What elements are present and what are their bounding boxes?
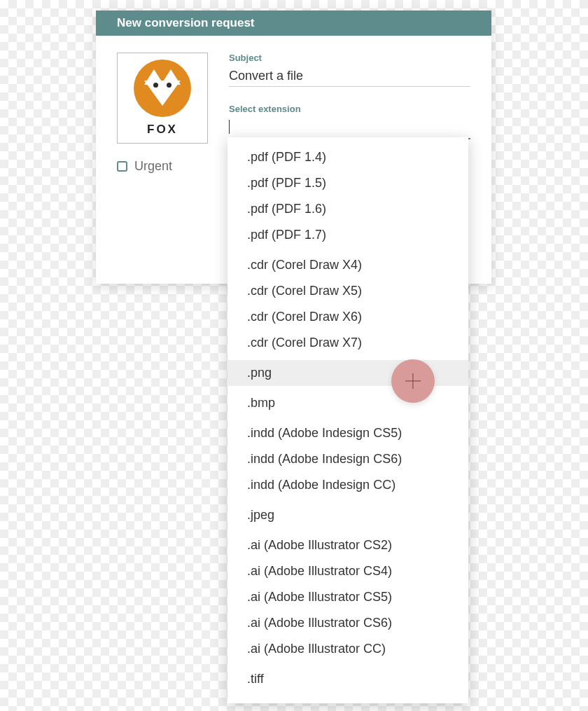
- dropdown-option[interactable]: .ai (Adobe Illustrator CS6): [227, 610, 468, 636]
- extension-input[interactable]: [229, 117, 470, 139]
- text-cursor: [229, 120, 230, 134]
- card-header: New conversion request: [96, 11, 491, 36]
- subject-label: Subject: [229, 53, 470, 63]
- urgent-checkbox[interactable]: [117, 161, 127, 172]
- dropdown-option[interactable]: .tiff: [227, 666, 468, 692]
- dropdown-option[interactable]: .cdr (Corel Draw X7): [227, 330, 468, 356]
- dropdown-option[interactable]: .pdf (PDF 1.6): [227, 196, 468, 222]
- fox-logo-icon: [134, 60, 191, 117]
- card-title: New conversion request: [117, 16, 255, 30]
- dropdown-option[interactable]: .pdf (PDF 1.5): [227, 170, 468, 196]
- left-column: FOX Urgent: [117, 53, 208, 174]
- file-preview[interactable]: FOX: [117, 53, 208, 144]
- dropdown-option[interactable]: .bmp: [227, 390, 468, 416]
- add-button[interactable]: [391, 359, 435, 403]
- dropdown-option[interactable]: .ai (Adobe Illustrator CC): [227, 636, 468, 662]
- dropdown-option[interactable]: .indd (Adobe Indesign CC): [227, 472, 468, 498]
- extension-dropdown: .pdf (PDF 1.4).pdf (PDF 1.5).pdf (PDF 1.…: [227, 137, 468, 703]
- urgent-checkbox-row[interactable]: Urgent: [117, 159, 208, 174]
- dropdown-option[interactable]: .ai (Adobe Illustrator CS2): [227, 532, 468, 558]
- dropdown-option[interactable]: .pdf (PDF 1.7): [227, 222, 468, 248]
- dropdown-option[interactable]: .cdr (Corel Draw X5): [227, 278, 468, 304]
- subject-input[interactable]: [229, 66, 470, 87]
- dropdown-option[interactable]: .indd (Adobe Indesign CS6): [227, 446, 468, 472]
- plus-icon: [405, 373, 421, 389]
- extension-field: Select extension: [229, 104, 470, 139]
- logo-text: FOX: [147, 123, 178, 137]
- dropdown-option[interactable]: .indd (Adobe Indesign CS5): [227, 420, 468, 446]
- dropdown-option[interactable]: .cdr (Corel Draw X4): [227, 252, 468, 278]
- subject-field: Subject: [229, 53, 470, 87]
- dropdown-option[interactable]: .pdf (PDF 1.4): [227, 144, 468, 170]
- extension-label: Select extension: [229, 104, 470, 114]
- dropdown-option[interactable]: .ai (Adobe Illustrator CS4): [227, 558, 468, 584]
- dropdown-option[interactable]: .cdr (Corel Draw X6): [227, 304, 468, 330]
- dropdown-list[interactable]: .pdf (PDF 1.4).pdf (PDF 1.5).pdf (PDF 1.…: [227, 137, 468, 703]
- dropdown-option[interactable]: .ai (Adobe Illustrator CS5): [227, 584, 468, 610]
- dropdown-option[interactable]: .jpeg: [227, 502, 468, 528]
- urgent-label: Urgent: [134, 159, 172, 174]
